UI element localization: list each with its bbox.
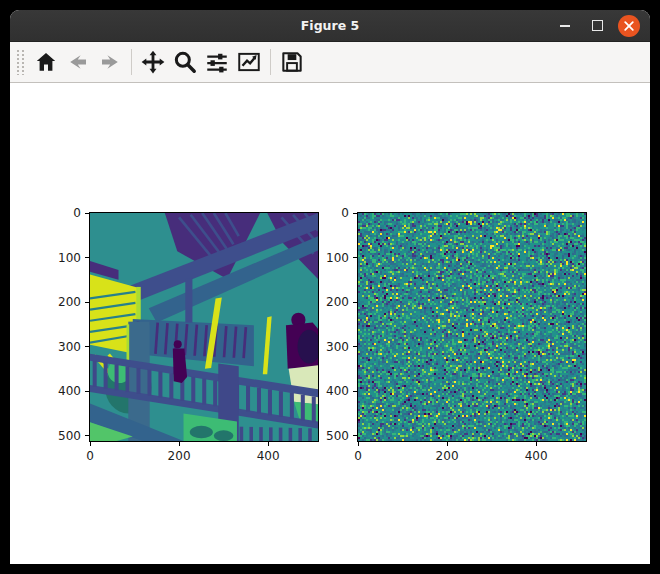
viridis-photo-image xyxy=(90,213,318,441)
y-tick-mark xyxy=(353,257,357,258)
zoom-button[interactable] xyxy=(170,47,200,77)
window-titlebar[interactable]: Figure 5 xyxy=(10,10,650,42)
x-tick-label: 0 xyxy=(354,449,362,463)
minimize-button[interactable] xyxy=(554,15,576,37)
x-tick-label: 400 xyxy=(525,449,548,463)
forward-icon xyxy=(98,50,122,74)
home-button[interactable] xyxy=(31,47,61,77)
x-tick-mark xyxy=(358,442,359,446)
close-icon xyxy=(618,15,640,37)
y-tick-mark xyxy=(353,213,357,214)
x-tick-label: 0 xyxy=(86,449,94,463)
x-tick-mark xyxy=(447,442,448,446)
x-tick-label: 400 xyxy=(257,449,280,463)
subplot-image-right[interactable] xyxy=(358,213,586,441)
zoom-icon xyxy=(172,49,198,75)
navigation-toolbar xyxy=(10,42,650,83)
back-icon xyxy=(66,50,90,74)
y-tick-label: 0 xyxy=(73,206,81,220)
customize-icon xyxy=(236,49,262,75)
y-tick-mark xyxy=(353,302,357,303)
random-noise-image xyxy=(358,213,586,441)
close-button[interactable] xyxy=(618,15,640,37)
back-button[interactable] xyxy=(63,47,93,77)
y-tick-label: 400 xyxy=(326,384,349,398)
figure-window: Figure 5 xyxy=(10,10,650,564)
customize-button[interactable] xyxy=(234,47,264,77)
save-icon xyxy=(279,49,305,75)
x-tick-mark xyxy=(179,442,180,446)
y-tick-label: 500 xyxy=(326,429,349,443)
toolbar-separator xyxy=(131,49,132,75)
toolbar-separator xyxy=(270,49,271,75)
x-tick-mark xyxy=(536,442,537,446)
pan-button[interactable] xyxy=(138,47,168,77)
y-tick-mark xyxy=(353,435,357,436)
y-tick-label: 300 xyxy=(326,340,349,354)
forward-button[interactable] xyxy=(95,47,125,77)
toolbar-grip[interactable] xyxy=(16,49,26,75)
y-tick-label: 500 xyxy=(58,429,81,443)
figure-canvas[interactable]: 0100200300400500020040001002003004005000… xyxy=(10,83,650,564)
y-tick-mark xyxy=(85,435,89,436)
y-tick-label: 200 xyxy=(326,295,349,309)
subplots-icon xyxy=(204,49,230,75)
y-tick-mark xyxy=(85,213,89,214)
x-tick-mark xyxy=(90,442,91,446)
y-tick-label: 100 xyxy=(326,251,349,265)
y-tick-label: 0 xyxy=(341,206,349,220)
x-tick-mark xyxy=(268,442,269,446)
pan-icon xyxy=(140,49,166,75)
y-tick-mark xyxy=(85,302,89,303)
x-tick-label: 200 xyxy=(168,449,191,463)
y-tick-label: 200 xyxy=(58,295,81,309)
y-tick-mark xyxy=(353,346,357,347)
y-tick-label: 400 xyxy=(58,384,81,398)
y-tick-label: 300 xyxy=(58,340,81,354)
minimize-icon xyxy=(560,25,570,27)
window-controls xyxy=(554,10,640,41)
y-tick-mark xyxy=(353,391,357,392)
maximize-icon xyxy=(592,20,603,31)
y-tick-mark xyxy=(85,346,89,347)
x-tick-label: 200 xyxy=(436,449,459,463)
y-tick-mark xyxy=(85,391,89,392)
maximize-button[interactable] xyxy=(586,15,608,37)
home-icon xyxy=(34,50,58,74)
save-button[interactable] xyxy=(277,47,307,77)
y-tick-mark xyxy=(85,257,89,258)
subplots-button[interactable] xyxy=(202,47,232,77)
y-tick-label: 100 xyxy=(58,251,81,265)
subplot-image-left[interactable] xyxy=(90,213,318,441)
